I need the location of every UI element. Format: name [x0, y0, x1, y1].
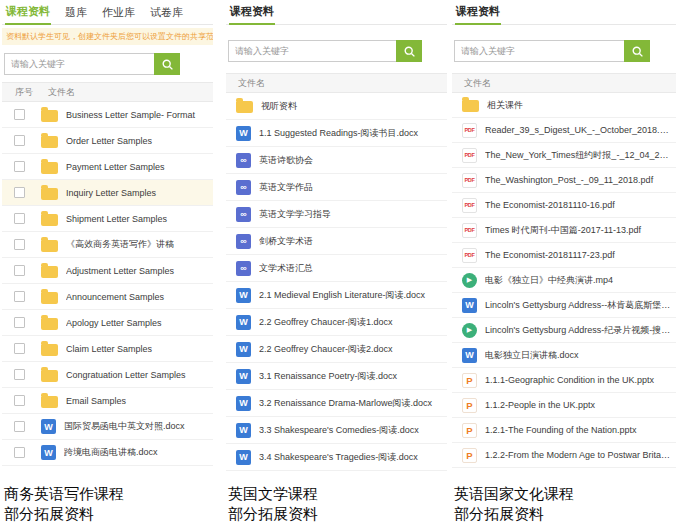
file-row[interactable]: Business Letter Sample- Format [2, 102, 213, 128]
file-row[interactable]: ▶Lincoln's Gettysburg Address-纪录片视频-搜狐视频… [452, 318, 676, 343]
file-row[interactable]: W跨境电商函电讲稿.docx [2, 440, 213, 466]
file-row[interactable]: W1.1 Suggested Readings-阅读书目.docx [226, 120, 447, 147]
row-checkbox[interactable] [14, 213, 25, 224]
file-name[interactable]: 剑桥文学术语 [259, 235, 447, 248]
file-name[interactable]: 文学术语汇总 [259, 262, 447, 275]
row-checkbox[interactable] [14, 291, 25, 302]
file-name[interactable]: The Economist-20181117-23.pdf [485, 250, 676, 260]
file-row[interactable]: W3.4 Shakespeare's Tragedies-阅读.docx [226, 444, 447, 471]
tab-assignment-bank[interactable]: 作业库 [101, 5, 136, 24]
file-name[interactable]: 1.2.1-The Founding of the Nation.pptx [485, 425, 676, 435]
row-checkbox[interactable] [14, 161, 25, 172]
file-name[interactable]: 《高效商务英语写作》讲稿 [66, 238, 213, 251]
file-name[interactable]: 1.1.2-People in the UK.pptx [485, 400, 676, 410]
tab-question-bank[interactable]: 题库 [64, 5, 88, 24]
file-name[interactable]: 3.4 Shakespeare's Tragedies-阅读.docx [259, 451, 447, 464]
file-name[interactable]: 相关课件 [487, 99, 676, 112]
file-name[interactable]: The_New_York_Times纽约时报_-_12_04_2019.pdf [485, 149, 676, 162]
file-row[interactable]: ∞英语文学作品 [226, 174, 447, 201]
file-name[interactable]: 跨境电商函电讲稿.docx [64, 446, 213, 459]
file-name[interactable]: 1.1 Suggested Readings-阅读书目.docx [259, 127, 447, 140]
file-row[interactable]: W2.2 Geoffrey Chaucer-阅读1.docx [226, 309, 447, 336]
file-row[interactable]: ▶电影《独立日》中经典演讲.mp4 [452, 268, 676, 293]
file-row[interactable]: W3.2 Renaissance Drama-Marlowe阅读.docx [226, 390, 447, 417]
file-row[interactable]: PDFTimes 时代周刊-中国篇-2017-11-13.pdf [452, 218, 676, 243]
file-name[interactable]: 英语诗歌协会 [259, 154, 447, 167]
file-name[interactable]: Times 时代周刊-中国篇-2017-11-13.pdf [485, 224, 676, 237]
row-checkbox[interactable] [14, 239, 25, 250]
file-row[interactable]: W2.2 Geoffrey Chaucer-阅读2.docx [226, 336, 447, 363]
file-name[interactable]: 电影独立日演讲稿.docx [485, 349, 676, 362]
file-name[interactable]: 视听资料 [261, 100, 447, 113]
file-name[interactable]: 3.1 Renaissance Poetry-阅读.docx [259, 370, 447, 383]
file-row[interactable]: Adjustment Letter Samples [2, 258, 213, 284]
file-name[interactable]: Congratuation Letter Samples [66, 370, 213, 380]
tab-course-materials[interactable]: 课程资料 [229, 4, 275, 25]
file-row[interactable]: PDFThe Economist-20181117-23.pdf [452, 243, 676, 268]
file-name[interactable]: Payment Letter Samples [66, 162, 213, 172]
file-row[interactable]: W2.1 Medieval English Literature-阅读.docx [226, 282, 447, 309]
file-name[interactable]: The_Washington_Post_-_09_11_2018.pdf [485, 175, 676, 185]
file-row[interactable]: W3.1 Renaissance Poetry-阅读.docx [226, 363, 447, 390]
file-row[interactable]: P1.1.2-People in the UK.pptx [452, 393, 676, 418]
row-checkbox[interactable] [14, 343, 25, 354]
file-name[interactable]: Reader_39_s_Digest_UK_-_October_2018.pdf [485, 125, 676, 135]
file-row[interactable]: PDFReader_39_s_Digest_UK_-_October_2018.… [452, 118, 676, 143]
file-row[interactable]: ∞英语诗歌协会 [226, 147, 447, 174]
file-row[interactable]: PDFThe_New_York_Times纽约时报_-_12_04_2019.p… [452, 143, 676, 168]
file-row[interactable]: ∞剑桥文学术语 [226, 228, 447, 255]
file-name[interactable]: Business Letter Sample- Format [66, 110, 213, 120]
file-row[interactable]: Congratuation Letter Samples [2, 362, 213, 388]
file-row[interactable]: Shipment Letter Samples [2, 206, 213, 232]
file-row[interactable]: PDFThe Economist-20181110-16.pdf [452, 193, 676, 218]
file-row[interactable]: 视听资料 [226, 93, 447, 120]
file-row[interactable]: W3.3 Shakespeare's Comedies-阅读.docx [226, 417, 447, 444]
file-name[interactable]: Email Samples [66, 396, 213, 406]
file-name[interactable]: The Economist-20181110-16.pdf [485, 200, 676, 210]
tab-course-materials[interactable]: 课程资料 [5, 4, 51, 25]
search-input[interactable] [454, 40, 624, 62]
file-row[interactable]: WLincoln's Gettysburg Address--林肯葛底斯堡演说.… [452, 293, 676, 318]
file-row[interactable]: P1.2.1-The Founding of the Nation.pptx [452, 418, 676, 443]
row-checkbox[interactable] [14, 317, 25, 328]
row-checkbox[interactable] [14, 109, 25, 120]
search-button[interactable] [396, 40, 422, 62]
file-row[interactable]: Email Samples [2, 388, 213, 414]
tab-exam-bank[interactable]: 试卷库 [149, 5, 184, 24]
row-checkbox[interactable] [14, 369, 25, 380]
row-checkbox[interactable] [14, 187, 25, 198]
search-button[interactable] [624, 40, 650, 62]
tab-course-materials[interactable]: 课程资料 [455, 4, 501, 25]
file-name[interactable]: Claim Letter Samples [66, 344, 213, 354]
file-name[interactable]: 3.2 Renaissance Drama-Marlowe阅读.docx [259, 397, 447, 410]
file-name[interactable]: 国际贸易函电中英文对照.docx [64, 420, 213, 433]
file-name[interactable]: 1.1.1-Geographic Condition in the UK.ppt… [485, 375, 676, 385]
file-row[interactable]: 相关课件 [452, 93, 676, 118]
file-name[interactable]: 电影《独立日》中经典演讲.mp4 [485, 274, 676, 287]
search-button[interactable] [154, 53, 180, 75]
file-name[interactable]: Apology Letter Samples [66, 318, 213, 328]
file-row[interactable]: Inquiry Letter Samples [2, 180, 213, 206]
file-name[interactable]: Lincoln's Gettysburg Address-纪录片视频-搜狐视频.… [485, 324, 676, 337]
search-input[interactable] [228, 40, 396, 62]
file-row[interactable]: P1.2.2-From the Modern Age to Postwar Br… [452, 443, 676, 468]
file-name[interactable]: 英语文学作品 [259, 181, 447, 194]
file-row[interactable]: P1.1.1-Geographic Condition in the UK.pp… [452, 368, 676, 393]
file-name[interactable]: 1.2.2-From the Modern Age to Postwar Bri… [485, 450, 676, 460]
file-name[interactable]: Lincoln's Gettysburg Address--林肯葛底斯堡演说.d… [485, 299, 676, 312]
file-row[interactable]: 《高效商务英语写作》讲稿 [2, 232, 213, 258]
file-row[interactable]: W电影独立日演讲稿.docx [452, 343, 676, 368]
file-row[interactable]: Announcement Samples [2, 284, 213, 310]
file-row[interactable]: Payment Letter Samples [2, 154, 213, 180]
file-row[interactable]: ∞文学术语汇总 [226, 255, 447, 282]
file-name[interactable]: Order Letter Samples [66, 136, 213, 146]
row-checkbox[interactable] [14, 395, 25, 406]
file-row[interactable]: ∞英语文学学习指导 [226, 201, 447, 228]
file-name[interactable]: 英语文学学习指导 [259, 208, 447, 221]
row-checkbox[interactable] [14, 135, 25, 146]
file-name[interactable]: 2.2 Geoffrey Chaucer-阅读2.docx [259, 343, 447, 356]
file-name[interactable]: 3.3 Shakespeare's Comedies-阅读.docx [259, 424, 447, 437]
file-row[interactable]: W国际贸易函电中英文对照.docx [2, 414, 213, 440]
row-checkbox[interactable] [14, 421, 25, 432]
file-name[interactable]: Announcement Samples [66, 292, 213, 302]
